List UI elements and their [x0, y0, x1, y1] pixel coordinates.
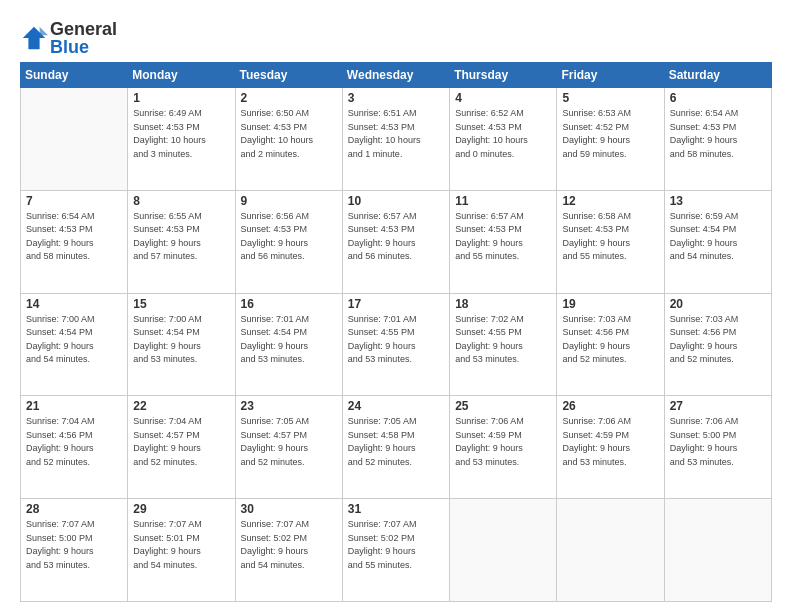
calendar-cell: 16Sunrise: 7:01 AMSunset: 4:54 PMDayligh…	[235, 293, 342, 396]
logo: General Blue	[20, 20, 117, 56]
day-number: 13	[670, 194, 766, 208]
day-number: 17	[348, 297, 444, 311]
calendar-cell: 20Sunrise: 7:03 AMSunset: 4:56 PMDayligh…	[664, 293, 771, 396]
calendar-header-monday: Monday	[128, 63, 235, 88]
calendar-week-row: 7Sunrise: 6:54 AMSunset: 4:53 PMDaylight…	[21, 190, 772, 293]
day-info: Sunrise: 7:00 AMSunset: 4:54 PMDaylight:…	[26, 313, 122, 367]
day-info: Sunrise: 6:56 AMSunset: 4:53 PMDaylight:…	[241, 210, 337, 264]
calendar-cell: 31Sunrise: 7:07 AMSunset: 5:02 PMDayligh…	[342, 499, 449, 602]
calendar-cell: 7Sunrise: 6:54 AMSunset: 4:53 PMDaylight…	[21, 190, 128, 293]
day-number: 20	[670, 297, 766, 311]
calendar-cell: 8Sunrise: 6:55 AMSunset: 4:53 PMDaylight…	[128, 190, 235, 293]
day-info: Sunrise: 6:50 AMSunset: 4:53 PMDaylight:…	[241, 107, 337, 161]
day-info: Sunrise: 7:04 AMSunset: 4:57 PMDaylight:…	[133, 415, 229, 469]
day-number: 27	[670, 399, 766, 413]
day-number: 25	[455, 399, 551, 413]
day-number: 7	[26, 194, 122, 208]
calendar-cell: 5Sunrise: 6:53 AMSunset: 4:52 PMDaylight…	[557, 88, 664, 191]
calendar-cell: 9Sunrise: 6:56 AMSunset: 4:53 PMDaylight…	[235, 190, 342, 293]
day-info: Sunrise: 6:51 AMSunset: 4:53 PMDaylight:…	[348, 107, 444, 161]
calendar-cell: 27Sunrise: 7:06 AMSunset: 5:00 PMDayligh…	[664, 396, 771, 499]
calendar-cell: 18Sunrise: 7:02 AMSunset: 4:55 PMDayligh…	[450, 293, 557, 396]
day-info: Sunrise: 6:58 AMSunset: 4:53 PMDaylight:…	[562, 210, 658, 264]
day-info: Sunrise: 7:05 AMSunset: 4:57 PMDaylight:…	[241, 415, 337, 469]
calendar-cell: 29Sunrise: 7:07 AMSunset: 5:01 PMDayligh…	[128, 499, 235, 602]
day-info: Sunrise: 6:57 AMSunset: 4:53 PMDaylight:…	[455, 210, 551, 264]
day-number: 19	[562, 297, 658, 311]
calendar-cell: 13Sunrise: 6:59 AMSunset: 4:54 PMDayligh…	[664, 190, 771, 293]
calendar-cell: 1Sunrise: 6:49 AMSunset: 4:53 PMDaylight…	[128, 88, 235, 191]
logo-icon	[20, 24, 48, 52]
day-info: Sunrise: 7:02 AMSunset: 4:55 PMDaylight:…	[455, 313, 551, 367]
calendar-cell: 15Sunrise: 7:00 AMSunset: 4:54 PMDayligh…	[128, 293, 235, 396]
day-info: Sunrise: 7:06 AMSunset: 4:59 PMDaylight:…	[562, 415, 658, 469]
day-number: 30	[241, 502, 337, 516]
calendar-header-friday: Friday	[557, 63, 664, 88]
day-number: 4	[455, 91, 551, 105]
day-info: Sunrise: 7:00 AMSunset: 4:54 PMDaylight:…	[133, 313, 229, 367]
calendar-cell: 4Sunrise: 6:52 AMSunset: 4:53 PMDaylight…	[450, 88, 557, 191]
day-number: 26	[562, 399, 658, 413]
calendar-table: SundayMondayTuesdayWednesdayThursdayFrid…	[20, 62, 772, 602]
calendar-cell: 2Sunrise: 6:50 AMSunset: 4:53 PMDaylight…	[235, 88, 342, 191]
day-number: 1	[133, 91, 229, 105]
calendar-cell: 3Sunrise: 6:51 AMSunset: 4:53 PMDaylight…	[342, 88, 449, 191]
calendar-cell: 23Sunrise: 7:05 AMSunset: 4:57 PMDayligh…	[235, 396, 342, 499]
calendar-cell: 21Sunrise: 7:04 AMSunset: 4:56 PMDayligh…	[21, 396, 128, 499]
day-number: 12	[562, 194, 658, 208]
day-number: 22	[133, 399, 229, 413]
calendar-cell: 17Sunrise: 7:01 AMSunset: 4:55 PMDayligh…	[342, 293, 449, 396]
calendar-header-thursday: Thursday	[450, 63, 557, 88]
day-number: 28	[26, 502, 122, 516]
day-info: Sunrise: 7:05 AMSunset: 4:58 PMDaylight:…	[348, 415, 444, 469]
day-number: 14	[26, 297, 122, 311]
day-number: 15	[133, 297, 229, 311]
day-info: Sunrise: 7:04 AMSunset: 4:56 PMDaylight:…	[26, 415, 122, 469]
calendar-week-row: 21Sunrise: 7:04 AMSunset: 4:56 PMDayligh…	[21, 396, 772, 499]
calendar-cell: 22Sunrise: 7:04 AMSunset: 4:57 PMDayligh…	[128, 396, 235, 499]
day-info: Sunrise: 7:07 AMSunset: 5:01 PMDaylight:…	[133, 518, 229, 572]
calendar-header-sunday: Sunday	[21, 63, 128, 88]
day-number: 21	[26, 399, 122, 413]
day-info: Sunrise: 7:01 AMSunset: 4:55 PMDaylight:…	[348, 313, 444, 367]
day-number: 9	[241, 194, 337, 208]
calendar-cell: 11Sunrise: 6:57 AMSunset: 4:53 PMDayligh…	[450, 190, 557, 293]
calendar-cell	[450, 499, 557, 602]
calendar-cell: 12Sunrise: 6:58 AMSunset: 4:53 PMDayligh…	[557, 190, 664, 293]
day-info: Sunrise: 6:52 AMSunset: 4:53 PMDaylight:…	[455, 107, 551, 161]
calendar-cell: 30Sunrise: 7:07 AMSunset: 5:02 PMDayligh…	[235, 499, 342, 602]
calendar-cell: 26Sunrise: 7:06 AMSunset: 4:59 PMDayligh…	[557, 396, 664, 499]
calendar-cell: 24Sunrise: 7:05 AMSunset: 4:58 PMDayligh…	[342, 396, 449, 499]
day-number: 16	[241, 297, 337, 311]
day-info: Sunrise: 7:01 AMSunset: 4:54 PMDaylight:…	[241, 313, 337, 367]
page: General Blue SundayMondayTuesdayWednesda…	[0, 0, 792, 612]
day-info: Sunrise: 6:54 AMSunset: 4:53 PMDaylight:…	[26, 210, 122, 264]
calendar-header-tuesday: Tuesday	[235, 63, 342, 88]
calendar-cell	[21, 88, 128, 191]
calendar-cell: 14Sunrise: 7:00 AMSunset: 4:54 PMDayligh…	[21, 293, 128, 396]
day-info: Sunrise: 6:59 AMSunset: 4:54 PMDaylight:…	[670, 210, 766, 264]
header: General Blue	[20, 16, 772, 56]
calendar-header-saturday: Saturday	[664, 63, 771, 88]
day-number: 8	[133, 194, 229, 208]
calendar-week-row: 1Sunrise: 6:49 AMSunset: 4:53 PMDaylight…	[21, 88, 772, 191]
day-number: 3	[348, 91, 444, 105]
calendar-header-row: SundayMondayTuesdayWednesdayThursdayFrid…	[21, 63, 772, 88]
day-info: Sunrise: 6:54 AMSunset: 4:53 PMDaylight:…	[670, 107, 766, 161]
calendar-cell: 6Sunrise: 6:54 AMSunset: 4:53 PMDaylight…	[664, 88, 771, 191]
calendar-cell: 10Sunrise: 6:57 AMSunset: 4:53 PMDayligh…	[342, 190, 449, 293]
day-info: Sunrise: 6:53 AMSunset: 4:52 PMDaylight:…	[562, 107, 658, 161]
day-info: Sunrise: 7:07 AMSunset: 5:00 PMDaylight:…	[26, 518, 122, 572]
calendar-week-row: 28Sunrise: 7:07 AMSunset: 5:00 PMDayligh…	[21, 499, 772, 602]
calendar-cell	[664, 499, 771, 602]
day-number: 23	[241, 399, 337, 413]
day-info: Sunrise: 6:49 AMSunset: 4:53 PMDaylight:…	[133, 107, 229, 161]
calendar-header-wednesday: Wednesday	[342, 63, 449, 88]
day-number: 6	[670, 91, 766, 105]
calendar-cell: 25Sunrise: 7:06 AMSunset: 4:59 PMDayligh…	[450, 396, 557, 499]
calendar-week-row: 14Sunrise: 7:00 AMSunset: 4:54 PMDayligh…	[21, 293, 772, 396]
calendar-cell: 28Sunrise: 7:07 AMSunset: 5:00 PMDayligh…	[21, 499, 128, 602]
day-info: Sunrise: 7:07 AMSunset: 5:02 PMDaylight:…	[348, 518, 444, 572]
day-info: Sunrise: 7:03 AMSunset: 4:56 PMDaylight:…	[562, 313, 658, 367]
day-info: Sunrise: 6:55 AMSunset: 4:53 PMDaylight:…	[133, 210, 229, 264]
